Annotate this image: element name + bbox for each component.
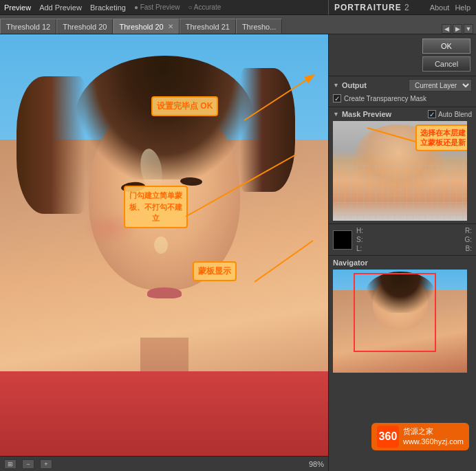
radio-accurate[interactable]: ○ Accurate (188, 3, 221, 11)
watermark-text: 货源之家 www.360hyzj.com (403, 426, 464, 448)
h-label: H: (356, 227, 363, 234)
mask-preview-section: ▼ Mask Preview ✓ Auto Blend 选择在本层建 (329, 107, 476, 224)
b-label: B: (466, 245, 472, 252)
l-label: L: (356, 245, 362, 252)
radio-fast[interactable]: ● Fast Preview (134, 3, 180, 11)
top-menu-bar: Preview Add Preview Bracketing ● Fast Pr… (0, 0, 476, 15)
auto-blend-label: Auto Blend (438, 111, 472, 118)
color-swatch[interactable] (333, 230, 352, 250)
g-label: G: (464, 236, 472, 243)
color-info-row: H: R: S: G: L: B: (329, 224, 476, 256)
annotation-preview: 蒙板显示 (193, 261, 237, 281)
canvas-bottom-bar: ⊞ − + 98% (0, 456, 328, 471)
output-section-header: ▼ Output Current Layer (333, 79, 472, 91)
tab-threshold-more[interactable]: Thresho... (236, 19, 283, 34)
pixelation-overlay (333, 162, 467, 221)
zoom-in-button[interactable]: + (40, 459, 52, 469)
create-transparency-row: ✓ Create Transparency Mask (333, 94, 472, 102)
preview-menu-item[interactable]: Preview (4, 3, 31, 12)
annotation-mask: 门勾建立简单蒙板、不打勾不建立 (124, 186, 188, 228)
output-layer-dropdown[interactable]: Current Layer (409, 79, 472, 91)
top-clothing (0, 371, 328, 456)
s-label: S: (356, 236, 363, 243)
bracketing-menu-item[interactable]: Bracketing (90, 3, 126, 12)
tab-threshold-12[interactable]: Threshold 12 (0, 19, 56, 34)
nose-highlight (154, 237, 168, 254)
output-label: Output (342, 81, 367, 89)
color-sg-row: S: G: (356, 236, 472, 243)
cancel-button[interactable]: Cancel (422, 56, 470, 72)
output-collapse-icon[interactable]: ▼ (333, 82, 339, 89)
output-dropdown-container: Current Layer (409, 79, 472, 91)
ok-cancel-area: OK Cancel (329, 34, 476, 76)
navigator-viewport-rect[interactable] (354, 273, 436, 352)
tab-threshold-21[interactable]: Threshold 21 (180, 19, 236, 34)
add-preview-menu-item[interactable]: Add Preview (39, 3, 82, 12)
app-title: PORTRAITURE 2 (334, 3, 410, 12)
hair-top (75, 56, 254, 179)
color-lb-row: L: B: (356, 245, 472, 252)
lips (147, 287, 182, 298)
tab-close-icon[interactable]: ✕ (168, 23, 173, 30)
zoom-level: 98% (309, 460, 324, 468)
panel-annotation: 选择在本层建立蒙板还是新 (415, 124, 467, 151)
create-transparency-label: Create Transparency Mask (344, 95, 426, 102)
about-link[interactable]: About (430, 3, 450, 12)
right-panel: OK Cancel ▼ Output Current Layer ✓ Creat… (328, 34, 476, 471)
hair-left (17, 76, 85, 214)
navigator-label: Navigator (333, 259, 472, 267)
create-transparency-checkbox[interactable]: ✓ (333, 94, 341, 102)
output-section: ▼ Output Current Layer ✓ Create Transpar… (329, 76, 476, 107)
auto-blend-container: ✓ Auto Blend (428, 110, 472, 118)
tabs-menu-btn[interactable]: ▼ (464, 24, 473, 34)
checkbox-check-icon: ✓ (334, 95, 340, 102)
main-layout: 设置完毕点 OK 门勾建立简单蒙板、不打勾不建立 蒙板显示 ⊞ − + 98% … (0, 34, 476, 471)
mask-preview-label: Mask Preview (342, 110, 391, 118)
ok-button[interactable]: OK (422, 39, 470, 54)
color-values: H: R: S: G: L: B: (356, 227, 472, 252)
portraiture-header: PORTRAITURE 2 About Help (328, 0, 476, 15)
mask-preview-header: ▼ Mask Preview ✓ Auto Blend (333, 110, 472, 118)
watermark-logo: 360 (377, 426, 399, 448)
color-hs-row: H: R: (356, 227, 472, 234)
tabs-navigation: ◀ ▶ ▼ (442, 24, 476, 34)
r-label: R: (465, 227, 472, 234)
mask-preview-collapse-icon[interactable]: ▼ (333, 111, 339, 118)
tabs-row: Threshold 12 Threshold 20 Threshold 20 ✕… (0, 15, 476, 34)
tabs-next-btn[interactable]: ▶ (453, 24, 462, 34)
navigator-image (333, 270, 467, 373)
hair-right (240, 68, 295, 192)
help-link[interactable]: Help (455, 3, 470, 12)
header-links: About Help (430, 3, 470, 12)
mask-preview-image: 选择在本层建立蒙板还是新 (333, 121, 467, 221)
watermark-overlay: 360 货源之家 www.360hyzj.com (371, 423, 469, 450)
tabs-prev-btn[interactable]: ◀ (442, 24, 451, 34)
tab-threshold-20-first[interactable]: Threshold 20 (56, 19, 113, 34)
zoom-out-button[interactable]: − (22, 459, 34, 469)
auto-blend-checkbox[interactable]: ✓ (428, 110, 436, 118)
annotation-ok: 设置完毕点 OK (151, 96, 218, 116)
tab-threshold-20-active[interactable]: Threshold 20 ✕ (113, 19, 179, 34)
fit-button[interactable]: ⊞ (4, 459, 17, 469)
canvas-area[interactable]: 设置完毕点 OK 门勾建立简单蒙板、不打勾不建立 蒙板显示 ⊞ − + 98% (0, 34, 328, 471)
auto-blend-check-icon: ✓ (429, 111, 435, 118)
